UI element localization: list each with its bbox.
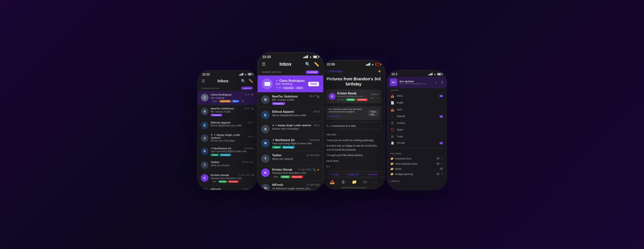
- folder-badge-semi-4: 1: [436, 162, 440, 165]
- email-item-2-4[interactable]: N ↗ Northwest Air Yesterday Your upcomin…: [258, 136, 323, 151]
- menu-icon-4[interactable]: ☰: [441, 80, 444, 84]
- sender-1-6: Twitter: [211, 161, 219, 164]
- more-icon-3[interactable]: ···: [376, 96, 379, 100]
- spam-icon-4: 🚫: [390, 128, 395, 131]
- back-button-3[interactable]: ‹ 1 Message: [326, 69, 343, 73]
- email-item-2-2[interactable]: E Ethical Apparel 05:32 We've dispatched…: [258, 108, 323, 122]
- email-item-1-4[interactable]: S ✦ ✧ Sanjay Singh, Leslie Jackson 00:11…: [197, 132, 257, 145]
- inbox-action-3[interactable]: 📥: [330, 180, 335, 184]
- email-item-1-2[interactable]: N NewTec Solutions 09:47📎 RE: Invoice #1…: [197, 105, 257, 119]
- email-item-1-5[interactable]: N ↗ Northwest Air Yesterday Your upcomin…: [197, 145, 257, 158]
- phone-2-screen: 12:22 ▲ ☰ Inbox 🔍 ✏️: [258, 52, 323, 190]
- folder-important-4[interactable]: 📁 Important docs 1 ∨: [387, 156, 446, 161]
- learn-more-link-3[interactable]: Learn more: [329, 115, 340, 118]
- chevron-budget-4: ∨: [441, 173, 443, 175]
- inbox-icon-4: 📥: [390, 94, 395, 98]
- sender-1-3: Ethical Apparel: [211, 121, 230, 124]
- email-content-1-1: Clara Rodriguez 10:04★ Our meeting ⏱12h …: [211, 93, 254, 102]
- avatar-1-8: H: [201, 188, 209, 190]
- body-greeting-3: Hey Eric,: [326, 133, 381, 137]
- drafts-label-4: Drafts: [397, 101, 443, 104]
- folder-budget-4[interactable]: 📁 Budget planning 1 ∨: [387, 171, 446, 176]
- email-content-1-2: NewTec Solutions 09:47📎 RE: Invoice #160…: [211, 107, 254, 116]
- archive-action-3[interactable]: 📁: [352, 180, 357, 184]
- phone-3-screen: 22:55 ▲ ‹ 1 Message ★ Pictures from Bra: [322, 60, 385, 189]
- folder-semi-4[interactable]: 📁 Semi important docs 1 ∨: [387, 161, 446, 166]
- star-button-3[interactable]: ★: [378, 69, 381, 73]
- forward-button-3[interactable]: → Forward: [365, 173, 378, 176]
- status-bar-2: 12:22 ▲: [258, 52, 323, 60]
- phone-4: 12:2 ▲ EN Eric Norbert eric_norbert_writ…: [387, 70, 447, 190]
- email-list-1: C Clara Rodriguez 10:04★ Our meeting ⏱12…: [197, 91, 257, 190]
- body-p3-3: Thought you'd like these photos.: [326, 153, 381, 157]
- compose-icon-1[interactable]: ✏️: [249, 79, 253, 83]
- subject-1-7: Pictures from Brandon's 3rd...: [211, 177, 254, 180]
- update-banner-2: Updated Just now 4 unread: [258, 69, 323, 75]
- sent-label-4: Sent: [397, 108, 443, 111]
- phone-4-screen: 12:2 ▲ EN Eric Norbert eric_norbert_writ…: [387, 70, 446, 190]
- sender-card-3: K Kristen Novak kristennovak@proton.me T…: [326, 90, 381, 103]
- folder-briefs-4[interactable]: 📁 Briefs 3: [387, 166, 446, 171]
- menu-icon-2[interactable]: ☰: [262, 62, 266, 67]
- trash-action-3[interactable]: 🗑: [341, 180, 345, 184]
- avatar-1-4: S: [201, 134, 209, 142]
- wifi-icon-3: ▲: [371, 63, 374, 66]
- search-icon-1[interactable]: 🔍: [241, 79, 245, 83]
- battery-icon-4: [437, 73, 442, 75]
- label-action-3[interactable]: 🏷: [363, 180, 367, 184]
- allmail-label-4: All mail: [397, 142, 437, 145]
- reply-all-button-3[interactable]: ↩ Reply all: [346, 173, 358, 176]
- time-4: 12:2: [391, 73, 397, 76]
- email-item-2-3[interactable]: S ✦ ✧ Sanjay Singh, Leslie Jackson 00:11…: [258, 122, 323, 136]
- email-item-1-6[interactable]: T Twitter 18 Jan 2022 What you missed: [197, 159, 257, 172]
- nav-drafts-4[interactable]: 📄 Drafts: [387, 99, 446, 106]
- more-action-3[interactable]: ···: [374, 180, 378, 184]
- battery-icon-2: [313, 55, 319, 58]
- email-item-1-8[interactable]: H HiFresh 17 Jan 2022 10 delicious veggi…: [197, 185, 257, 190]
- allmail-badge-4: 1: [439, 142, 443, 144]
- reply-actions-3: ↩ Reply ↩ Reply all → Forward: [322, 172, 385, 177]
- email-item-1-1[interactable]: C Clara Rodriguez 10:04★ Our meeting ⏱12…: [197, 91, 257, 105]
- hero-subject-2: Our meeting: [276, 82, 305, 85]
- email-item-1-7[interactable]: K Kristen Novak 17 Jan 2022★ Pictures fr…: [197, 171, 257, 185]
- time-3: 22:55: [327, 63, 335, 66]
- email-item-2-1[interactable]: N NewTec Solutions 09:47📎 RE: Invoice #1…: [258, 92, 323, 108]
- inbox-title-1: Inbox: [217, 78, 228, 83]
- nav-starred-4[interactable]: ☆ Starred 1: [387, 113, 446, 120]
- attachment-row-3[interactable]: 📎 3 Attachment (5.6 MB) ›: [326, 122, 381, 129]
- folder-label-budget-4: Budget planning: [395, 173, 434, 176]
- email-item-2-5[interactable]: T Twitter 18 Jan 2022 What you missed: [258, 151, 323, 165]
- search-icon-2[interactable]: 🔍: [305, 62, 310, 67]
- folder-badge-budget-4: 1: [436, 173, 440, 175]
- email-item-1-3[interactable]: E Ethical Apparel 05:32 We've dispatched…: [197, 119, 257, 132]
- paperclip-icon-3: 📎: [326, 124, 329, 127]
- nav-inbox-4[interactable]: 📥 Inbox 1: [387, 92, 446, 99]
- chevron-important-4: ∨: [441, 157, 443, 160]
- avatar-2-1: N: [261, 95, 269, 104]
- email-item-2-7[interactable]: H HiFresh 17 Jan 2022 10 delicious veggi…: [258, 181, 323, 190]
- trash-label-4: Trash: [397, 135, 443, 138]
- phone-1-screen: 12:22 ▲ ☰ Inbox 🔍 ✏️: [197, 70, 257, 190]
- reply-icon-3[interactable]: ↩: [371, 96, 374, 100]
- email-item-2-6[interactable]: K Kristen Novak 17 Jan 2022📎★ Pictures f…: [258, 166, 323, 181]
- nav-trash-4[interactable]: 🗑 Trash: [387, 133, 446, 140]
- sender-1-5: ↗ Northwest Air: [211, 147, 231, 150]
- nav-sent-4[interactable]: 📤 Sent: [387, 106, 446, 113]
- sender-avatar-3: K: [329, 93, 335, 100]
- chevron-down-icon-4[interactable]: ∨: [435, 81, 437, 84]
- chevron-left-icon-3: ‹: [326, 69, 327, 73]
- read-btn-2[interactable]: Read: [308, 81, 319, 86]
- compose-icon-2[interactable]: ✏️: [314, 62, 319, 67]
- menu-icon-1[interactable]: ☰: [201, 79, 205, 83]
- avatar-2-3: S: [261, 125, 269, 133]
- trust-key-button-3[interactable]: Trust key: [368, 110, 379, 116]
- home-indicator-3: [341, 187, 366, 188]
- hero-email-2[interactable]: ✉️ ✦ Clara Rodriguez Our meeting ⏱12h Im…: [258, 75, 323, 92]
- hero-content-2: ✦ Clara Rodriguez Our meeting ⏱12h Impor…: [276, 79, 305, 89]
- nav-archive-4[interactable]: 🗄 Archive: [387, 120, 446, 126]
- nav-allmail-4[interactable]: 📋 All mail 1: [387, 140, 446, 147]
- reply-button-3[interactable]: ↩ Reply: [329, 173, 339, 176]
- nav-spam-4[interactable]: 🚫 Spam: [387, 126, 446, 133]
- allmail-icon-4: 📋: [390, 141, 395, 145]
- folder-icon-budget-4: 📁: [390, 172, 393, 175]
